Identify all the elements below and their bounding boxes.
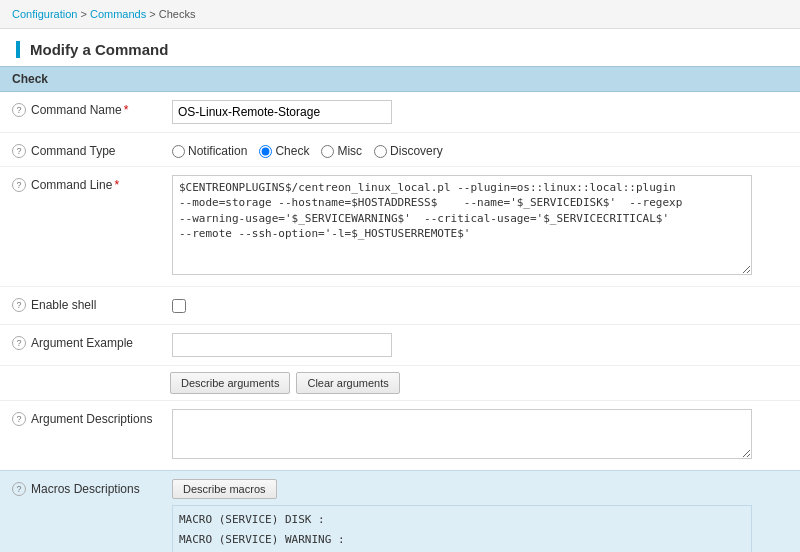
- breadcrumb-configuration[interactable]: Configuration: [12, 8, 77, 20]
- command-line-required: *: [114, 178, 119, 192]
- command-name-row: ? Command Name *: [0, 92, 800, 133]
- radio-misc-input[interactable]: [321, 145, 334, 158]
- command-type-label-cell: ? Command Type: [12, 141, 172, 158]
- arguments-button-row: Describe arguments Clear arguments: [0, 366, 800, 401]
- argument-descriptions-input-cell: [172, 409, 788, 462]
- command-type-help-icon[interactable]: ?: [12, 144, 26, 158]
- command-name-help-icon[interactable]: ?: [12, 103, 26, 117]
- command-line-row: ? Command Line * $CENTREONPLUGINS$/centr…: [0, 167, 800, 287]
- macros-section-inner: ? Macros Descriptions Describe macros MA…: [12, 479, 788, 552]
- command-line-label: Command Line: [31, 178, 112, 192]
- radio-discovery-input[interactable]: [374, 145, 387, 158]
- describe-arguments-button[interactable]: Describe arguments: [170, 372, 290, 394]
- command-line-input-cell: $CENTREONPLUGINS$/centreon_linux_local.p…: [172, 175, 788, 278]
- macros-label-cell: ? Macros Descriptions: [12, 479, 172, 496]
- argument-example-label: Argument Example: [31, 336, 133, 350]
- command-type-label: Command Type: [31, 144, 116, 158]
- argument-descriptions-help-icon[interactable]: ?: [12, 412, 26, 426]
- page-title-bar: Modify a Command: [16, 41, 784, 58]
- radio-discovery[interactable]: Discovery: [374, 144, 443, 158]
- macro-line-1: MACRO (SERVICE) DISK :: [179, 510, 745, 530]
- command-name-input[interactable]: [172, 100, 392, 124]
- describe-macros-button[interactable]: Describe macros: [172, 479, 277, 499]
- command-name-label: Command Name: [31, 103, 122, 117]
- radio-misc-label: Misc: [337, 144, 362, 158]
- section-header: Check: [0, 66, 800, 92]
- argument-descriptions-textarea[interactable]: [172, 409, 752, 459]
- argument-example-row: ? Argument Example: [0, 325, 800, 366]
- enable-shell-row: ? Enable shell: [0, 287, 800, 325]
- enable-shell-help-icon[interactable]: ?: [12, 298, 26, 312]
- macro-line-2: MACRO (SERVICE) WARNING :: [179, 530, 745, 550]
- argument-example-help-icon[interactable]: ?: [12, 336, 26, 350]
- command-type-row: ? Command Type Notification Check Misc D…: [0, 133, 800, 167]
- radio-check-label: Check: [275, 144, 309, 158]
- page-title: Modify a Command: [30, 41, 784, 58]
- breadcrumb: Configuration > Commands > Checks: [0, 0, 800, 29]
- form-container: ? Command Name * ? Command Type Notifica…: [0, 92, 800, 470]
- page-title-section: Modify a Command: [0, 29, 800, 66]
- radio-misc[interactable]: Misc: [321, 144, 362, 158]
- command-name-required: *: [124, 103, 129, 117]
- clear-arguments-button[interactable]: Clear arguments: [296, 372, 399, 394]
- macros-descriptions-label: Macros Descriptions: [31, 482, 140, 496]
- breadcrumb-current: Checks: [159, 8, 196, 20]
- command-type-input-cell: Notification Check Misc Discovery: [172, 141, 788, 158]
- macros-text-area: MACRO (SERVICE) DISK : MACRO (SERVICE) W…: [172, 505, 752, 552]
- enable-shell-label: Enable shell: [31, 298, 96, 312]
- macros-help-icon[interactable]: ?: [12, 482, 26, 496]
- argument-example-label-cell: ? Argument Example: [12, 333, 172, 350]
- argument-descriptions-row: ? Argument Descriptions: [0, 401, 800, 470]
- breadcrumb-commands[interactable]: Commands: [90, 8, 146, 20]
- macros-content: Describe macros MACRO (SERVICE) DISK : M…: [172, 479, 788, 552]
- command-line-textarea[interactable]: $CENTREONPLUGINS$/centreon_linux_local.p…: [172, 175, 752, 275]
- radio-notification-label: Notification: [188, 144, 247, 158]
- command-line-label-cell: ? Command Line *: [12, 175, 172, 192]
- radio-check-input[interactable]: [259, 145, 272, 158]
- enable-shell-label-cell: ? Enable shell: [12, 295, 172, 312]
- argument-descriptions-label: Argument Descriptions: [31, 412, 152, 426]
- argument-example-input[interactable]: [172, 333, 392, 357]
- radio-notification[interactable]: Notification: [172, 144, 247, 158]
- enable-shell-input-cell: [172, 295, 788, 316]
- enable-shell-checkbox[interactable]: [172, 299, 186, 313]
- radio-discovery-label: Discovery: [390, 144, 443, 158]
- macros-section: ? Macros Descriptions Describe macros MA…: [0, 470, 800, 552]
- argument-example-input-cell: [172, 333, 788, 357]
- radio-notification-input[interactable]: [172, 145, 185, 158]
- radio-check[interactable]: Check: [259, 144, 309, 158]
- command-name-label-cell: ? Command Name *: [12, 100, 172, 117]
- argument-descriptions-label-cell: ? Argument Descriptions: [12, 409, 172, 426]
- command-line-help-icon[interactable]: ?: [12, 178, 26, 192]
- command-name-input-cell: [172, 100, 788, 124]
